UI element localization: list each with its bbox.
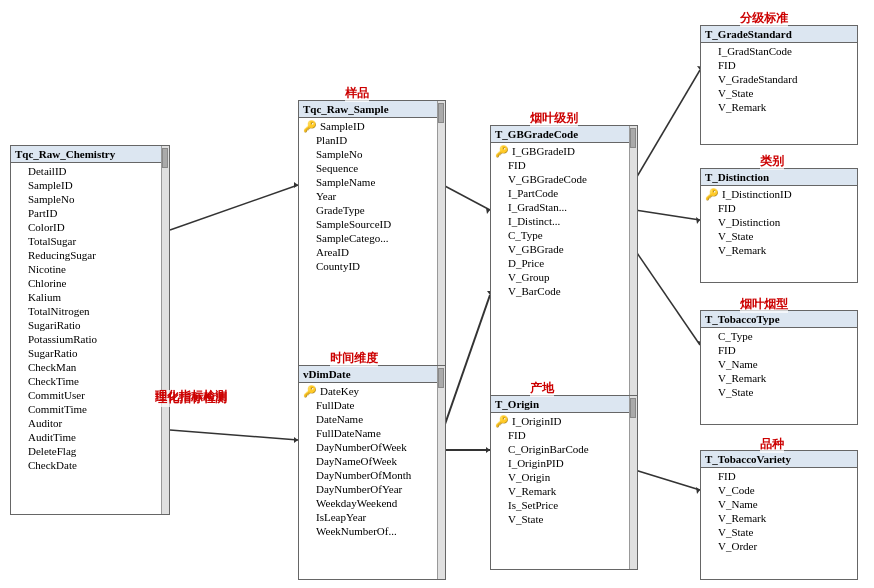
table-row: AuditTime bbox=[15, 430, 159, 444]
diagram-canvas: Tqc_Raw_Chemistry DetailID SampleID Samp… bbox=[0, 0, 874, 588]
table-row: V_GBGrade bbox=[495, 242, 627, 256]
table-row: SampleName bbox=[303, 175, 435, 189]
table-row: AreaID bbox=[303, 245, 435, 259]
table-row: I_GradStan... bbox=[495, 200, 627, 214]
table-row: ColorID bbox=[15, 220, 159, 234]
table-row: V_Order bbox=[705, 539, 853, 553]
table-header-origin: T_Origin bbox=[491, 396, 637, 413]
table-row: V_State bbox=[705, 229, 853, 243]
label-origin: 产地 bbox=[530, 380, 554, 397]
table-row: V_Remark bbox=[705, 511, 853, 525]
table-row: Auditor bbox=[15, 416, 159, 430]
table-row: Kalium bbox=[15, 290, 159, 304]
table-row: FID bbox=[495, 428, 627, 442]
table-name-origin: T_Origin bbox=[495, 398, 539, 410]
table-name-tobacco-variety: T_TobaccoVariety bbox=[705, 453, 791, 465]
table-row: CheckDate bbox=[15, 458, 159, 472]
table-row: FID bbox=[705, 58, 853, 72]
table-row: CheckMan bbox=[15, 360, 159, 374]
table-row: V_State bbox=[705, 525, 853, 539]
table-row: DayNumberOfWeek bbox=[303, 440, 435, 454]
table-row: TotalNitrogen bbox=[15, 304, 159, 318]
table-row: TotalSugar bbox=[15, 234, 159, 248]
table-row: CommitUser bbox=[15, 388, 159, 402]
table-row: DeleteFlag bbox=[15, 444, 159, 458]
table-row: Sequence bbox=[303, 161, 435, 175]
table-row: V_GBGradeCode bbox=[495, 172, 627, 186]
table-row: SugarRatio bbox=[15, 346, 159, 360]
table-row: FID bbox=[705, 201, 853, 215]
table-row: SugariRatio bbox=[15, 318, 159, 332]
table-row: V_State bbox=[705, 86, 853, 100]
table-row: CheckTime bbox=[15, 374, 159, 388]
svg-line-14 bbox=[635, 470, 700, 490]
table-row: FullDate bbox=[303, 398, 435, 412]
table-row: FullDateName bbox=[303, 426, 435, 440]
svg-line-10 bbox=[635, 210, 700, 220]
table-row: WeekdayWeekend bbox=[303, 496, 435, 510]
table-row: Is_SetPrice bbox=[495, 498, 627, 512]
table-row: V_Name bbox=[705, 497, 853, 511]
table-row: SampleSourceID bbox=[303, 217, 435, 231]
table-header-grade-std: T_GradeStandard bbox=[701, 26, 857, 43]
table-header-tobacco-variety: T_TobaccoVariety bbox=[701, 451, 857, 468]
table-row: D_Price bbox=[495, 256, 627, 270]
table-row: 🔑DateKey bbox=[303, 384, 435, 398]
table-row: V_Distinction bbox=[705, 215, 853, 229]
table-row: C_Type bbox=[705, 329, 853, 343]
table-row: FID bbox=[705, 343, 853, 357]
table-tobacco-variety[interactable]: T_TobaccoVariety FID V_Code V_Name V_Rem… bbox=[700, 450, 858, 580]
table-tobacco-type[interactable]: T_TobaccoType C_Type FID V_Name V_Remark… bbox=[700, 310, 858, 425]
table-row: V_Remark bbox=[705, 100, 853, 114]
table-row: PartID bbox=[15, 206, 159, 220]
table-header-vdimdate: vDimDate bbox=[299, 366, 445, 383]
table-row: V_GradeStandard bbox=[705, 72, 853, 86]
table-row: V_Remark bbox=[495, 484, 627, 498]
table-row: DayNumberOfYear bbox=[303, 482, 435, 496]
table-row: GradeType bbox=[303, 203, 435, 217]
table-row: 🔑I_DistinctionID bbox=[705, 187, 853, 201]
table-gbgrade-code[interactable]: T_GBGradeCode 🔑I_GBGradeID FID V_GBGrade… bbox=[490, 125, 638, 400]
table-row: V_Origin bbox=[495, 470, 627, 484]
table-name-gbgrade: T_GBGradeCode bbox=[495, 128, 578, 140]
table-row: I_OriginPID bbox=[495, 456, 627, 470]
table-row: SampleID bbox=[15, 178, 159, 192]
label-chemistry-side: 理化指标检测 bbox=[155, 388, 227, 405]
table-header-distinction: T_Distinction bbox=[701, 169, 857, 186]
table-name-chemistry: Tqc_Raw_Chemistry bbox=[15, 148, 115, 160]
svg-line-0 bbox=[170, 185, 298, 230]
table-row: FID bbox=[705, 469, 853, 483]
svg-line-8 bbox=[635, 70, 700, 180]
table-row: C_Type bbox=[495, 228, 627, 242]
table-origin[interactable]: T_Origin 🔑I_OriginID FID C_OriginBarCode… bbox=[490, 395, 638, 570]
table-row: FID bbox=[495, 158, 627, 172]
table-vdim-date[interactable]: vDimDate 🔑DateKey FullDate DateName Full… bbox=[298, 365, 446, 580]
table-grade-standard[interactable]: T_GradeStandard I_GradStanCode FID V_Gra… bbox=[700, 25, 858, 145]
table-row: Nicotine bbox=[15, 262, 159, 276]
table-row: I_GradStanCode bbox=[705, 44, 853, 58]
table-row: SampleCatego... bbox=[303, 231, 435, 245]
svg-line-6 bbox=[170, 430, 298, 440]
table-row: 🔑SampleID bbox=[303, 119, 435, 133]
label-sample: 样品 bbox=[345, 85, 369, 102]
table-row: V_State bbox=[495, 512, 627, 526]
table-tqc-raw-chemistry[interactable]: Tqc_Raw_Chemistry DetailID SampleID Samp… bbox=[10, 145, 170, 515]
table-row: DayNumberOfMonth bbox=[303, 468, 435, 482]
table-row: I_PartCode bbox=[495, 186, 627, 200]
table-row: DayNameOfWeek bbox=[303, 454, 435, 468]
label-grade-standard: 分级标准 bbox=[740, 10, 788, 27]
table-tqc-raw-sample[interactable]: Tqc_Raw_Sample 🔑SampleID PlanID SampleNo… bbox=[298, 100, 446, 370]
table-row: Chlorine bbox=[15, 276, 159, 290]
table-header-sample: Tqc_Raw_Sample bbox=[299, 101, 445, 118]
table-row: 🔑I_OriginID bbox=[495, 414, 627, 428]
svg-line-4 bbox=[443, 295, 490, 430]
table-distinction[interactable]: T_Distinction 🔑I_DistinctionID FID V_Dis… bbox=[700, 168, 858, 283]
table-row: DetailID bbox=[15, 164, 159, 178]
svg-line-2 bbox=[443, 185, 490, 210]
table-row: V_State bbox=[705, 385, 853, 399]
table-row: PlanID bbox=[303, 133, 435, 147]
table-row: WeekNumberOf... bbox=[303, 524, 435, 538]
table-row: CommitTime bbox=[15, 402, 159, 416]
table-row: V_Name bbox=[705, 357, 853, 371]
table-row: PotassiumRatio bbox=[15, 332, 159, 346]
